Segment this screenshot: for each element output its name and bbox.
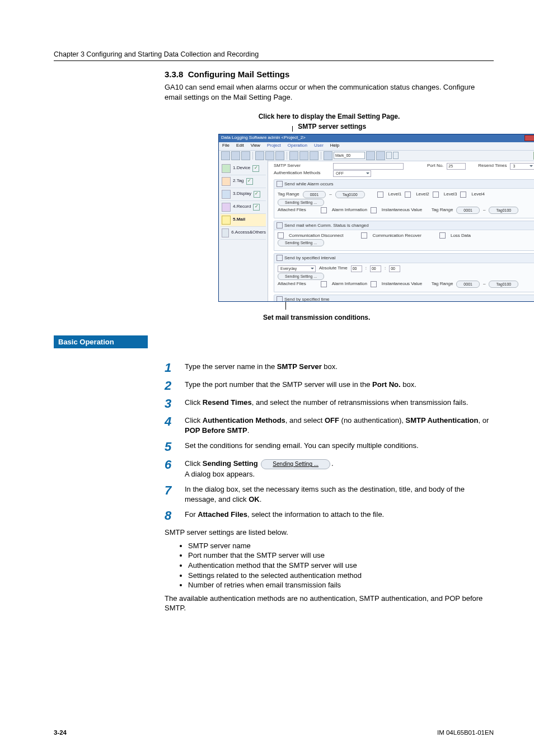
menu-help[interactable]: Help — [330, 143, 339, 149]
toolbar-icon[interactable] — [299, 151, 308, 160]
toolbar-mark-icon[interactable] — [324, 151, 332, 160]
interval-dropdown[interactable]: Everyday — [278, 265, 316, 272]
att-tag-end[interactable]: Tag0100 — [489, 207, 518, 214]
mail-icon — [222, 216, 231, 225]
s4h: POP Before SMTP — [185, 426, 247, 435]
step-8: 8 For Attached Files, select the informa… — [165, 510, 494, 522]
nav-display[interactable]: 3.Display✓ — [221, 188, 266, 201]
tag-start-pill[interactable]: 0001 — [303, 191, 326, 198]
toolbar-icon[interactable] — [275, 151, 284, 160]
att-tag-start[interactable]: 0001 — [456, 281, 480, 288]
toolbar-mark-field[interactable]: Mark_00 — [334, 152, 365, 159]
smtp-list-lead: SMTP server settings are listed below. — [165, 528, 494, 538]
level1-checkbox[interactable] — [377, 192, 383, 198]
toolbar-icon[interactable] — [310, 151, 318, 160]
toolbar-icon[interactable] — [255, 151, 264, 160]
level4-label: Level4 — [471, 192, 485, 198]
nav-tag[interactable]: 2.Tag✓ — [221, 175, 266, 188]
step-1: 1 Type the server name in the SMTP Serve… — [165, 362, 494, 374]
comm-disconnect-checkbox[interactable] — [278, 232, 284, 239]
smtp-server-input[interactable] — [333, 163, 404, 170]
step-6: 6 Click Sending Setting Sending Setting … — [165, 459, 494, 479]
toolbar-icon[interactable] — [231, 151, 240, 160]
alarm-info-label: Alarm Information — [332, 281, 367, 287]
nav-record[interactable]: 4.Record✓ — [221, 201, 266, 214]
toolbar-icon[interactable] — [366, 151, 375, 160]
toolbar-icon[interactable] — [289, 151, 298, 160]
enable-checkbox[interactable] — [277, 255, 283, 261]
step-number: 1 — [165, 362, 177, 374]
menu-project[interactable]: Project — [267, 143, 281, 149]
doc-id: IM 04L65B01-01EN — [437, 729, 494, 738]
att-tag-start[interactable]: 0001 — [456, 207, 480, 214]
s4b: Authentication Methods — [203, 416, 285, 424]
level2-checkbox[interactable] — [405, 192, 411, 198]
inst-value-label: Instantaneous Value — [382, 207, 422, 213]
enable-checkbox[interactable] — [277, 222, 283, 228]
section-heading: 3.3.8 Configuring Mail Settings — [165, 69, 494, 80]
sending-setting-inline-pill: Sending Setting ... — [261, 459, 330, 469]
menu-user[interactable]: User — [314, 143, 324, 149]
callout-top: Click here to display the Email Setting … — [165, 112, 494, 121]
inst-value-checkbox[interactable] — [371, 281, 377, 287]
nav-label: 4.Record — [233, 204, 251, 210]
check-icon: ✓ — [252, 165, 259, 172]
resend-dropdown[interactable]: 3 — [510, 163, 534, 170]
nav-device[interactable]: 1.Device✓ — [221, 162, 266, 175]
menu-view[interactable]: View — [251, 143, 260, 149]
menu-edit[interactable]: Edit — [236, 143, 244, 149]
group-head: Send while Alarm occurs — [284, 181, 334, 186]
nav-access[interactable]: 6.Access&Others — [221, 227, 266, 240]
window-titlebar: Data Logging Software admin <Project_2> — [219, 134, 534, 142]
level2-label: Level2 — [416, 192, 429, 198]
enable-checkbox[interactable] — [277, 181, 283, 187]
basic-operation-band: Basic Operation — [54, 335, 148, 349]
inst-value-checkbox[interactable] — [371, 207, 377, 213]
intro-paragraph: GA10 can send email when alarms occur or… — [165, 82, 494, 102]
s7b: OK — [249, 495, 260, 503]
sending-setting-button[interactable]: Sending Setting ... — [278, 273, 324, 280]
check-icon: ✓ — [254, 191, 260, 198]
alarm-info-checkbox[interactable] — [321, 207, 327, 213]
port-input[interactable]: 25 — [447, 163, 466, 170]
step-number: 2 — [165, 380, 177, 392]
mail-settings-screenshot: Data Logging Software admin <Project_2> … — [218, 134, 534, 302]
time-ss[interactable]: 00 — [389, 265, 400, 272]
sending-setting-button[interactable]: Sending Setting ... — [278, 239, 324, 246]
group-send-specified-time: Send by specified time 00: 01: 00 Sendin… — [274, 295, 534, 301]
callout-bottom: Set mail transmission conditions. — [263, 313, 494, 322]
step-number: 4 — [165, 416, 177, 428]
group-send-alarm: Send while Alarm occurs Tag Range 0001 –… — [274, 179, 534, 218]
toolbar-icon[interactable] — [265, 151, 274, 160]
s4i: . — [247, 426, 250, 435]
toolbar-icon[interactable] — [221, 151, 230, 160]
s6b: Sending Setting — [203, 459, 258, 468]
att-tag-end[interactable]: Tag0100 — [489, 281, 518, 288]
level3-checkbox[interactable] — [433, 192, 439, 198]
nav-mail[interactable]: 5.Mail — [221, 214, 266, 227]
auth-dropdown[interactable]: OFF — [333, 170, 371, 177]
time-hh[interactable]: 00 — [351, 265, 362, 272]
level3-label: Level3 — [444, 192, 457, 198]
toolbar-icon[interactable] — [376, 151, 385, 160]
toolbar-icon[interactable] — [241, 151, 250, 160]
toolbar-button[interactable] — [386, 152, 392, 159]
alarm-info-checkbox[interactable] — [321, 281, 327, 287]
s8b: Attached Files — [198, 510, 247, 519]
menu-operation[interactable]: Operation — [288, 143, 307, 149]
nav-label: 5.Mail — [233, 217, 245, 223]
sending-setting-button[interactable]: Sending Setting ... — [278, 199, 324, 206]
loss-data-checkbox[interactable] — [439, 232, 446, 239]
window-control-close[interactable] — [524, 135, 534, 141]
tag-end-pill[interactable]: Tag0100 — [335, 191, 365, 198]
s4a: Click — [185, 416, 203, 424]
settings-nav: 1.Device✓ 2.Tag✓ 3.Display✓ 4.Record✓ 5.… — [219, 160, 268, 301]
time-mm[interactable]: 00 — [370, 265, 381, 272]
comm-recover-checkbox[interactable] — [361, 232, 367, 239]
level4-checkbox[interactable] — [460, 192, 466, 198]
level1-label: Level1 — [388, 192, 402, 198]
s4g: , or — [478, 416, 489, 424]
menu-file[interactable]: File — [222, 143, 229, 149]
toolbar-button[interactable] — [393, 152, 399, 159]
enable-checkbox[interactable] — [277, 296, 283, 301]
